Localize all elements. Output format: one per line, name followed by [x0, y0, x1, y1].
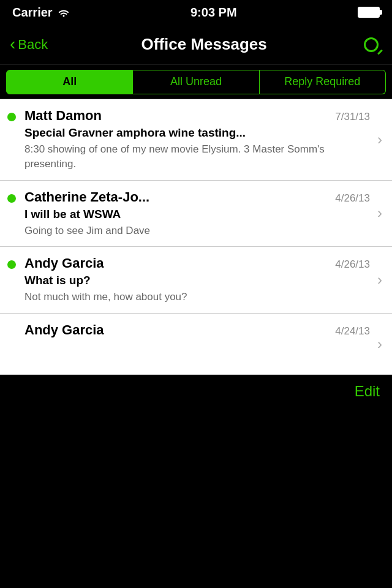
segment-reply-required[interactable]: Reply Required [260, 70, 386, 94]
edit-button[interactable]: Edit [355, 383, 380, 400]
message-subject: What is up? [24, 274, 370, 287]
unread-indicator [7, 322, 24, 366]
message-sender: Andy Garcia [24, 255, 104, 271]
status-bar: Carrier 9:03 PM [0, 0, 392, 24]
unread-indicator [7, 255, 24, 304]
search-icon [364, 37, 379, 52]
unread-dot [7, 260, 16, 269]
message-header: Matt Damon 7/31/13 [24, 108, 370, 124]
message-content: Andy Garcia 4/24/13 [24, 322, 377, 366]
battery-indicator [358, 7, 380, 18]
chevron-right-icon: › [377, 108, 382, 172]
wifi-icon [58, 7, 70, 17]
carrier-label: Carrier [12, 6, 70, 20]
unread-dot [7, 113, 16, 121]
bottom-bar: Edit [0, 375, 392, 407]
chevron-right-icon: › [377, 322, 382, 366]
battery-icon [358, 7, 380, 18]
segment-control: All All Unread Reply Required [0, 65, 392, 99]
message-content: Matt Damon 7/31/13 Special Gravner ampho… [24, 108, 377, 172]
message-header: Catherine Zeta-Jo... 4/26/13 [24, 189, 370, 205]
message-date: 4/26/13 [335, 258, 370, 271]
message-date: 7/31/13 [335, 111, 370, 123]
page-title: Office Messages [48, 35, 360, 54]
message-date: 4/24/13 [335, 325, 370, 337]
message-preview: Going to see Jim and Dave [24, 224, 370, 238]
table-row[interactable]: Catherine Zeta-Jo... 4/26/13 I will be a… [0, 181, 392, 247]
table-row[interactable]: Andy Garcia 4/26/13 What is up? Not much… [0, 247, 392, 314]
message-content: Andy Garcia 4/26/13 What is up? Not much… [24, 255, 377, 304]
message-sender: Matt Damon [24, 108, 102, 124]
status-time: 9:03 PM [190, 6, 237, 20]
message-preview: Not much with me, how about you? [24, 290, 370, 304]
message-preview: 8:30 showing of one of my new movie Elys… [24, 142, 370, 172]
unread-indicator [7, 108, 24, 172]
unread-dot [7, 194, 16, 203]
message-subject: Special Gravner amphora wine tasting... [24, 126, 370, 140]
unread-indicator [7, 189, 24, 238]
message-content: Catherine Zeta-Jo... 4/26/13 I will be a… [24, 189, 377, 238]
nav-bar: ‹ Back Office Messages [0, 24, 392, 65]
back-chevron-icon: ‹ [10, 34, 15, 54]
message-date: 4/26/13 [335, 192, 370, 205]
segment-all[interactable]: All [6, 70, 133, 94]
chevron-right-icon: › [377, 189, 382, 238]
segment-all-unread[interactable]: All Unread [133, 70, 259, 94]
table-row[interactable]: Matt Damon 7/31/13 Special Gravner ampho… [0, 99, 392, 181]
message-header: Andy Garcia 4/24/13 [24, 322, 370, 338]
back-button[interactable]: ‹ Back [10, 36, 48, 54]
message-list: Matt Damon 7/31/13 Special Gravner ampho… [0, 99, 392, 375]
back-label: Back [18, 37, 48, 53]
message-header: Andy Garcia 4/26/13 [24, 255, 370, 271]
message-sender: Catherine Zeta-Jo... [24, 189, 149, 205]
message-sender: Andy Garcia [24, 322, 104, 338]
chevron-right-icon: › [377, 255, 382, 304]
carrier-text: Carrier [12, 6, 53, 20]
message-subject: I will be at WSWA [24, 208, 370, 221]
table-row[interactable]: Andy Garcia 4/24/13 › [0, 314, 392, 375]
search-button[interactable] [360, 34, 382, 56]
